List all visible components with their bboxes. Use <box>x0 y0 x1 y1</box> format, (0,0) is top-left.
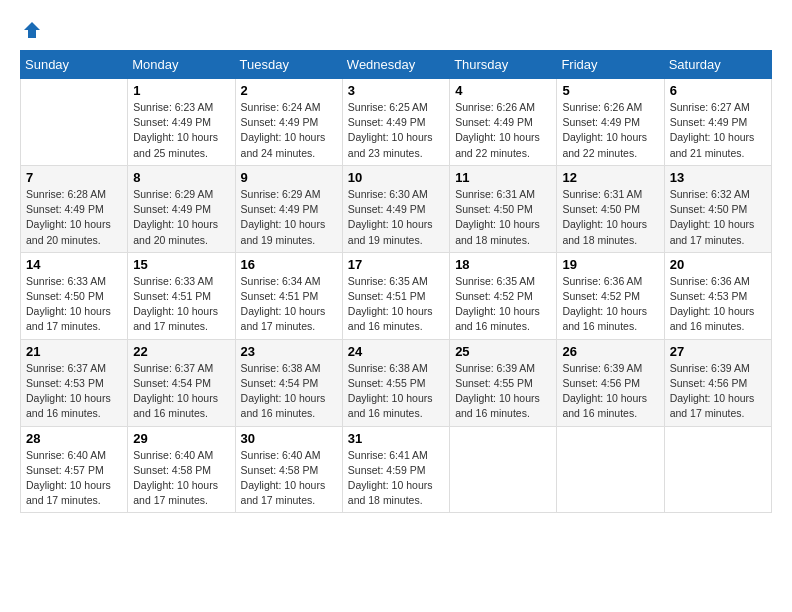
day-info: Sunrise: 6:35 AM Sunset: 4:52 PM Dayligh… <box>455 274 551 335</box>
svg-marker-0 <box>24 22 40 38</box>
table-row: 18Sunrise: 6:35 AM Sunset: 4:52 PM Dayli… <box>450 252 557 339</box>
day-info: Sunrise: 6:23 AM Sunset: 4:49 PM Dayligh… <box>133 100 229 161</box>
day-number: 22 <box>133 344 229 359</box>
day-number: 26 <box>562 344 658 359</box>
week-row-2: 14Sunrise: 6:33 AM Sunset: 4:50 PM Dayli… <box>21 252 772 339</box>
table-row: 25Sunrise: 6:39 AM Sunset: 4:55 PM Dayli… <box>450 339 557 426</box>
day-number: 30 <box>241 431 337 446</box>
table-row: 22Sunrise: 6:37 AM Sunset: 4:54 PM Dayli… <box>128 339 235 426</box>
table-row: 15Sunrise: 6:33 AM Sunset: 4:51 PM Dayli… <box>128 252 235 339</box>
day-number: 6 <box>670 83 766 98</box>
table-row: 4Sunrise: 6:26 AM Sunset: 4:49 PM Daylig… <box>450 79 557 166</box>
table-row: 19Sunrise: 6:36 AM Sunset: 4:52 PM Dayli… <box>557 252 664 339</box>
day-number: 24 <box>348 344 444 359</box>
day-number: 9 <box>241 170 337 185</box>
table-row: 16Sunrise: 6:34 AM Sunset: 4:51 PM Dayli… <box>235 252 342 339</box>
table-row: 30Sunrise: 6:40 AM Sunset: 4:58 PM Dayli… <box>235 426 342 513</box>
table-row: 2Sunrise: 6:24 AM Sunset: 4:49 PM Daylig… <box>235 79 342 166</box>
day-info: Sunrise: 6:40 AM Sunset: 4:57 PM Dayligh… <box>26 448 122 509</box>
table-row: 8Sunrise: 6:29 AM Sunset: 4:49 PM Daylig… <box>128 165 235 252</box>
table-row: 3Sunrise: 6:25 AM Sunset: 4:49 PM Daylig… <box>342 79 449 166</box>
day-info: Sunrise: 6:40 AM Sunset: 4:58 PM Dayligh… <box>241 448 337 509</box>
table-row: 1Sunrise: 6:23 AM Sunset: 4:49 PM Daylig… <box>128 79 235 166</box>
day-number: 13 <box>670 170 766 185</box>
day-info: Sunrise: 6:37 AM Sunset: 4:53 PM Dayligh… <box>26 361 122 422</box>
day-number: 20 <box>670 257 766 272</box>
table-row <box>557 426 664 513</box>
table-row: 12Sunrise: 6:31 AM Sunset: 4:50 PM Dayli… <box>557 165 664 252</box>
table-row: 14Sunrise: 6:33 AM Sunset: 4:50 PM Dayli… <box>21 252 128 339</box>
day-number: 8 <box>133 170 229 185</box>
day-number: 31 <box>348 431 444 446</box>
day-info: Sunrise: 6:36 AM Sunset: 4:52 PM Dayligh… <box>562 274 658 335</box>
day-info: Sunrise: 6:24 AM Sunset: 4:49 PM Dayligh… <box>241 100 337 161</box>
day-info: Sunrise: 6:27 AM Sunset: 4:49 PM Dayligh… <box>670 100 766 161</box>
day-number: 28 <box>26 431 122 446</box>
day-number: 10 <box>348 170 444 185</box>
header-saturday: Saturday <box>664 51 771 79</box>
table-row: 9Sunrise: 6:29 AM Sunset: 4:49 PM Daylig… <box>235 165 342 252</box>
header-monday: Monday <box>128 51 235 79</box>
header-friday: Friday <box>557 51 664 79</box>
day-info: Sunrise: 6:39 AM Sunset: 4:56 PM Dayligh… <box>562 361 658 422</box>
week-row-4: 28Sunrise: 6:40 AM Sunset: 4:57 PM Dayli… <box>21 426 772 513</box>
day-info: Sunrise: 6:28 AM Sunset: 4:49 PM Dayligh… <box>26 187 122 248</box>
day-number: 23 <box>241 344 337 359</box>
table-row: 27Sunrise: 6:39 AM Sunset: 4:56 PM Dayli… <box>664 339 771 426</box>
table-row: 5Sunrise: 6:26 AM Sunset: 4:49 PM Daylig… <box>557 79 664 166</box>
table-row: 6Sunrise: 6:27 AM Sunset: 4:49 PM Daylig… <box>664 79 771 166</box>
logo-icon <box>22 20 42 40</box>
table-row: 29Sunrise: 6:40 AM Sunset: 4:58 PM Dayli… <box>128 426 235 513</box>
table-row: 28Sunrise: 6:40 AM Sunset: 4:57 PM Dayli… <box>21 426 128 513</box>
day-info: Sunrise: 6:33 AM Sunset: 4:51 PM Dayligh… <box>133 274 229 335</box>
day-info: Sunrise: 6:25 AM Sunset: 4:49 PM Dayligh… <box>348 100 444 161</box>
day-info: Sunrise: 6:30 AM Sunset: 4:49 PM Dayligh… <box>348 187 444 248</box>
day-info: Sunrise: 6:29 AM Sunset: 4:49 PM Dayligh… <box>241 187 337 248</box>
day-number: 15 <box>133 257 229 272</box>
week-row-0: 1Sunrise: 6:23 AM Sunset: 4:49 PM Daylig… <box>21 79 772 166</box>
day-info: Sunrise: 6:33 AM Sunset: 4:50 PM Dayligh… <box>26 274 122 335</box>
header-tuesday: Tuesday <box>235 51 342 79</box>
table-row: 23Sunrise: 6:38 AM Sunset: 4:54 PM Dayli… <box>235 339 342 426</box>
day-number: 4 <box>455 83 551 98</box>
day-number: 17 <box>348 257 444 272</box>
day-info: Sunrise: 6:35 AM Sunset: 4:51 PM Dayligh… <box>348 274 444 335</box>
day-info: Sunrise: 6:38 AM Sunset: 4:55 PM Dayligh… <box>348 361 444 422</box>
page-header <box>20 20 772 40</box>
day-info: Sunrise: 6:34 AM Sunset: 4:51 PM Dayligh… <box>241 274 337 335</box>
day-number: 29 <box>133 431 229 446</box>
day-number: 21 <box>26 344 122 359</box>
day-number: 18 <box>455 257 551 272</box>
header-sunday: Sunday <box>21 51 128 79</box>
day-info: Sunrise: 6:41 AM Sunset: 4:59 PM Dayligh… <box>348 448 444 509</box>
calendar-table: SundayMondayTuesdayWednesdayThursdayFrid… <box>20 50 772 513</box>
day-number: 12 <box>562 170 658 185</box>
table-row: 26Sunrise: 6:39 AM Sunset: 4:56 PM Dayli… <box>557 339 664 426</box>
table-row: 31Sunrise: 6:41 AM Sunset: 4:59 PM Dayli… <box>342 426 449 513</box>
table-row <box>664 426 771 513</box>
table-row <box>450 426 557 513</box>
day-info: Sunrise: 6:40 AM Sunset: 4:58 PM Dayligh… <box>133 448 229 509</box>
table-row: 20Sunrise: 6:36 AM Sunset: 4:53 PM Dayli… <box>664 252 771 339</box>
table-row: 21Sunrise: 6:37 AM Sunset: 4:53 PM Dayli… <box>21 339 128 426</box>
day-info: Sunrise: 6:38 AM Sunset: 4:54 PM Dayligh… <box>241 361 337 422</box>
day-info: Sunrise: 6:32 AM Sunset: 4:50 PM Dayligh… <box>670 187 766 248</box>
day-info: Sunrise: 6:36 AM Sunset: 4:53 PM Dayligh… <box>670 274 766 335</box>
week-row-1: 7Sunrise: 6:28 AM Sunset: 4:49 PM Daylig… <box>21 165 772 252</box>
day-info: Sunrise: 6:31 AM Sunset: 4:50 PM Dayligh… <box>455 187 551 248</box>
day-number: 11 <box>455 170 551 185</box>
day-number: 2 <box>241 83 337 98</box>
day-number: 7 <box>26 170 122 185</box>
logo <box>20 20 42 40</box>
calendar-header: SundayMondayTuesdayWednesdayThursdayFrid… <box>21 51 772 79</box>
table-row <box>21 79 128 166</box>
table-row: 24Sunrise: 6:38 AM Sunset: 4:55 PM Dayli… <box>342 339 449 426</box>
day-number: 14 <box>26 257 122 272</box>
header-row: SundayMondayTuesdayWednesdayThursdayFrid… <box>21 51 772 79</box>
day-number: 16 <box>241 257 337 272</box>
table-row: 17Sunrise: 6:35 AM Sunset: 4:51 PM Dayli… <box>342 252 449 339</box>
table-row: 7Sunrise: 6:28 AM Sunset: 4:49 PM Daylig… <box>21 165 128 252</box>
day-info: Sunrise: 6:26 AM Sunset: 4:49 PM Dayligh… <box>562 100 658 161</box>
table-row: 13Sunrise: 6:32 AM Sunset: 4:50 PM Dayli… <box>664 165 771 252</box>
day-number: 25 <box>455 344 551 359</box>
